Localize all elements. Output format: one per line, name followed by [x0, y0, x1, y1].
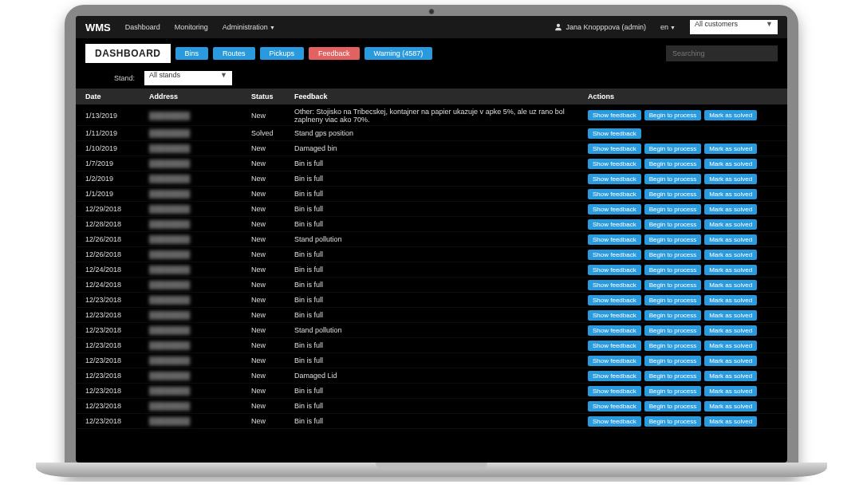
- show-feedback-button[interactable]: Show feedback: [588, 128, 641, 139]
- col-header-date[interactable]: Date: [85, 93, 143, 100]
- tab-warning[interactable]: Warning (4587): [365, 47, 433, 60]
- begin-process-button[interactable]: Begin to process: [644, 401, 702, 411]
- show-feedback-button[interactable]: Show feedback: [588, 280, 641, 290]
- begin-process-button[interactable]: Begin to process: [644, 189, 702, 199]
- begin-process-button[interactable]: Begin to process: [644, 234, 702, 245]
- begin-process-button[interactable]: Begin to process: [644, 174, 702, 184]
- mark-solved-button[interactable]: Mark as solved: [704, 295, 757, 305]
- begin-process-button[interactable]: Begin to process: [644, 159, 702, 169]
- begin-process-button[interactable]: Begin to process: [644, 250, 702, 260]
- language-menu[interactable]: en▼: [660, 23, 676, 31]
- mark-solved-button[interactable]: Mark as solved: [704, 401, 757, 411]
- cell-date: 12/23/2018: [85, 372, 143, 380]
- search-input[interactable]: [666, 45, 778, 61]
- mark-solved-button[interactable]: Mark as solved: [704, 144, 757, 154]
- feedback-table: Date Address Status Feedback Actions 1/1…: [76, 89, 787, 463]
- tab-pickups[interactable]: Pickups: [260, 47, 305, 60]
- show-feedback-button[interactable]: Show feedback: [588, 234, 641, 245]
- caret-down-icon: ▼: [220, 71, 227, 79]
- show-feedback-button[interactable]: Show feedback: [588, 295, 641, 305]
- caret-down-icon: ▼: [670, 25, 676, 30]
- mark-solved-button[interactable]: Mark as solved: [704, 280, 757, 290]
- begin-process-button[interactable]: Begin to process: [644, 265, 702, 275]
- sub-bar: DASHBOARD Bins Routes Pickups Feedback W…: [76, 39, 787, 68]
- show-feedback-button[interactable]: Show feedback: [588, 219, 641, 230]
- stand-filter-select[interactable]: All stands ▼: [144, 71, 232, 85]
- show-feedback-button[interactable]: Show feedback: [588, 341, 641, 351]
- begin-process-button[interactable]: Begin to process: [644, 310, 702, 321]
- mark-solved-button[interactable]: Mark as solved: [704, 356, 757, 366]
- show-feedback-button[interactable]: Show feedback: [588, 189, 641, 199]
- cell-status: New: [251, 311, 288, 319]
- show-feedback-button[interactable]: Show feedback: [588, 174, 641, 184]
- mark-solved-button[interactable]: Mark as solved: [704, 416, 757, 427]
- show-feedback-button[interactable]: Show feedback: [588, 110, 641, 120]
- cell-address: ████████: [149, 356, 245, 364]
- show-feedback-button[interactable]: Show feedback: [588, 204, 641, 215]
- show-feedback-button[interactable]: Show feedback: [588, 144, 641, 154]
- filter-bar: Stand: All stands ▼: [76, 68, 787, 89]
- begin-process-button[interactable]: Begin to process: [644, 386, 702, 396]
- begin-process-button[interactable]: Begin to process: [644, 356, 702, 366]
- show-feedback-button[interactable]: Show feedback: [588, 265, 641, 275]
- col-header-status[interactable]: Status: [251, 93, 288, 100]
- tab-bins[interactable]: Bins: [175, 47, 209, 60]
- cell-date: 1/2/2019: [85, 175, 143, 183]
- col-header-address[interactable]: Address: [149, 93, 245, 100]
- show-feedback-button[interactable]: Show feedback: [588, 401, 641, 411]
- mark-solved-button[interactable]: Mark as solved: [704, 234, 757, 245]
- mark-solved-button[interactable]: Mark as solved: [704, 250, 757, 260]
- show-feedback-button[interactable]: Show feedback: [588, 159, 641, 169]
- show-feedback-button[interactable]: Show feedback: [588, 416, 641, 427]
- tab-routes[interactable]: Routes: [213, 47, 255, 60]
- begin-process-button[interactable]: Begin to process: [644, 371, 702, 381]
- show-feedback-button[interactable]: Show feedback: [588, 356, 641, 366]
- show-feedback-button[interactable]: Show feedback: [588, 371, 641, 381]
- begin-process-button[interactable]: Begin to process: [644, 280, 702, 290]
- nav-administration[interactable]: Administration▼: [223, 23, 275, 31]
- mark-solved-button[interactable]: Mark as solved: [704, 219, 757, 230]
- begin-process-button[interactable]: Begin to process: [644, 144, 702, 154]
- mark-solved-button[interactable]: Mark as solved: [704, 159, 757, 169]
- nav-monitoring[interactable]: Monitoring: [175, 23, 208, 31]
- customer-select[interactable]: All customers ▼: [690, 20, 778, 34]
- user-menu[interactable]: Jana Knopppova (admin): [554, 23, 646, 31]
- cell-feedback: Bin is full: [294, 175, 581, 183]
- mark-solved-button[interactable]: Mark as solved: [704, 189, 757, 199]
- cell-actions: Show feedbackBegin to processMark as sol…: [588, 416, 778, 427]
- mark-solved-button[interactable]: Mark as solved: [704, 341, 757, 351]
- cell-feedback: Bin is full: [294, 205, 581, 213]
- show-feedback-button[interactable]: Show feedback: [588, 325, 641, 336]
- table-row: 12/24/2018████████NewBin is fullShow fee…: [76, 278, 787, 293]
- col-header-feedback[interactable]: Feedback: [294, 93, 581, 100]
- tab-feedback[interactable]: Feedback: [309, 47, 360, 60]
- begin-process-button[interactable]: Begin to process: [644, 416, 702, 427]
- cell-feedback: Bin is full: [294, 281, 581, 289]
- show-feedback-button[interactable]: Show feedback: [588, 310, 641, 321]
- mark-solved-button[interactable]: Mark as solved: [704, 325, 757, 336]
- show-feedback-button[interactable]: Show feedback: [588, 250, 641, 260]
- mark-solved-button[interactable]: Mark as solved: [704, 110, 757, 120]
- begin-process-button[interactable]: Begin to process: [644, 341, 702, 351]
- cell-actions: Show feedbackBegin to processMark as sol…: [588, 234, 778, 245]
- mark-solved-button[interactable]: Mark as solved: [704, 386, 757, 396]
- cell-date: 12/23/2018: [85, 296, 143, 304]
- mark-solved-button[interactable]: Mark as solved: [704, 265, 757, 275]
- begin-process-button[interactable]: Begin to process: [644, 219, 702, 230]
- begin-process-button[interactable]: Begin to process: [644, 110, 702, 120]
- begin-process-button[interactable]: Begin to process: [644, 204, 702, 215]
- show-feedback-button[interactable]: Show feedback: [588, 386, 641, 396]
- cell-status: New: [251, 205, 288, 213]
- cell-address: ████████: [149, 250, 245, 258]
- begin-process-button[interactable]: Begin to process: [644, 325, 702, 336]
- cell-address: ████████: [149, 402, 245, 410]
- cell-feedback: Bin is full: [294, 311, 581, 319]
- mark-solved-button[interactable]: Mark as solved: [704, 174, 757, 184]
- mark-solved-button[interactable]: Mark as solved: [704, 204, 757, 215]
- mark-solved-button[interactable]: Mark as solved: [704, 371, 757, 381]
- brand-logo[interactable]: WMS: [85, 22, 111, 33]
- begin-process-button[interactable]: Begin to process: [644, 295, 702, 305]
- mark-solved-button[interactable]: Mark as solved: [704, 310, 757, 321]
- nav-dashboard[interactable]: Dashboard: [125, 23, 160, 31]
- cell-actions: Show feedbackBegin to processMark as sol…: [588, 265, 778, 275]
